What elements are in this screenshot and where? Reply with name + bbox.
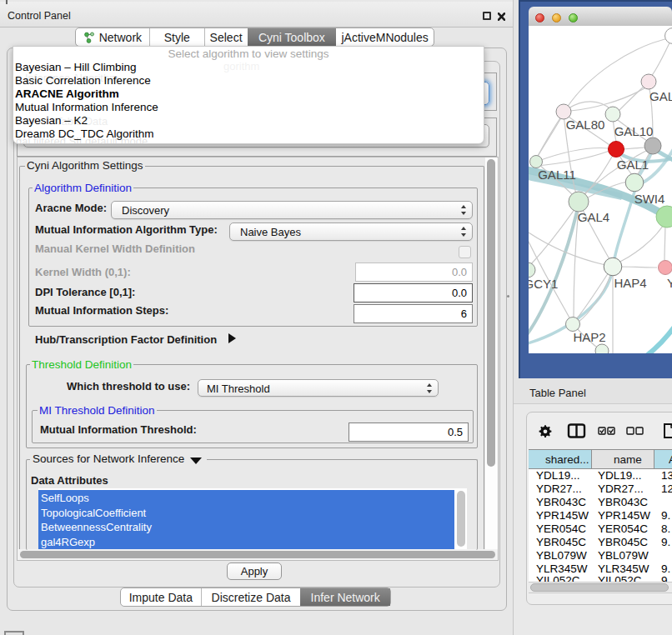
svg-text:GAL80: GAL80 bbox=[566, 118, 605, 132]
svg-text:GAL7: GAL7 bbox=[649, 89, 672, 103]
svg-text:YM: YM bbox=[667, 276, 672, 290]
svg-text:GAL4: GAL4 bbox=[578, 210, 609, 224]
svg-text:GCY1: GCY1 bbox=[529, 277, 558, 291]
svg-text:GAL1: GAL1 bbox=[617, 158, 649, 172]
svg-text:HAP2: HAP2 bbox=[573, 330, 605, 344]
svg-text:GAL11: GAL11 bbox=[538, 168, 576, 182]
svg-text:SWI4: SWI4 bbox=[634, 192, 665, 206]
svg-text:GAL10: GAL10 bbox=[614, 124, 654, 138]
svg-text:HAP4: HAP4 bbox=[614, 276, 646, 290]
